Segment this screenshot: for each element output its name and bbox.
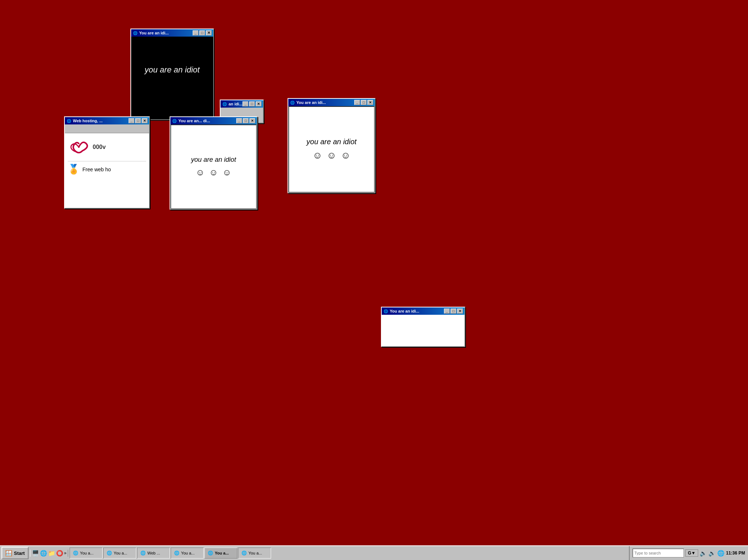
idiot-message-3: you are an idiot [191,156,236,164]
clock: 11:36 PM [726,550,745,556]
minimize-button-1[interactable]: _ [193,30,199,36]
main-idiot-titlebar: 🌐 You are an idi... _ □ ✕ [131,29,213,37]
minimize-button-2[interactable]: _ [242,101,248,107]
ql-icon-1[interactable]: 🖥️ [32,550,39,557]
ql-expand[interactable]: » [64,550,67,556]
taskbar-item-1[interactable]: 🌐 You a... [70,548,103,559]
maximize-button-web[interactable]: □ [135,118,141,123]
taskbar-item-4[interactable]: 🌐 You a... [171,548,204,559]
taskbar-label-4: You a... [181,551,195,555]
idiot-titlebar-right: 🌐 You are an idi... _ □ ✕ [288,99,375,106]
minimize-button-small-br[interactable]: _ [444,309,450,314]
taskbar-icon-5: 🌐 [208,550,213,556]
maximize-button-right[interactable]: □ [361,100,367,105]
web-hosting-titlebar: 🌐 Web hosting, ... _ □ ✕ [65,117,149,124]
smiley-row-3: ☺ ☺ ☺ [196,167,232,178]
swirl-logo [68,136,90,158]
quick-launch: 🖥️ 🌐 📁 ⭕ » [30,550,68,557]
taskbar-item-3[interactable]: 🌐 Web ... [137,548,170,559]
smiley-row-right: ☺ ☺ ☺ [312,150,351,161]
smiley-ra: ☺ [312,150,322,161]
smiley-row-1: ☺ ☺ ☺ [151,79,194,91]
taskbar-item-5[interactable]: 🌐 You a... [204,548,237,559]
ql-icon-4[interactable]: ⭕ [56,550,63,557]
taskbar-item-2[interactable]: 🌐 You a... [103,548,136,559]
maximize-button-small-br[interactable]: □ [451,309,456,314]
idiot-window-3: 🌐 You are an... di... _ □ ✕ you are an i… [170,116,258,210]
idiot-titlebar-2: 🌐 an idi... _ □ ✕ [221,100,263,108]
maximize-button-3[interactable]: □ [243,118,249,123]
idiot-message-1: you are an idiot [145,65,200,75]
taskbar-label-5: You a... [215,551,229,555]
smiley-3c: ☺ [222,167,232,178]
taskbar-icon-4: 🌐 [174,550,179,556]
minimize-button-right[interactable]: _ [354,100,360,105]
web-hosting-content: 000v 🏅 Free web ho [65,133,149,208]
main-idiot-content: you are an idiot ☺ ☺ ☺ [131,37,213,119]
idiot-window-small-br: 🌐 You are an idi... _ □ ✕ [381,307,465,347]
google-button[interactable]: G▼ [685,549,698,557]
close-button-1[interactable]: ✕ [206,30,212,36]
close-button-small-br[interactable]: ✕ [457,309,463,314]
web-hosting-title: Web hosting, ... [73,119,103,123]
close-button-3[interactable]: ✕ [249,118,255,123]
smiley-1: ☺ [151,79,161,91]
smiley-3b: ☺ [209,167,218,178]
start-button[interactable]: 🪟 Start [1,547,29,559]
taskbar-items: 🌐 You a... 🌐 You a... 🌐 Web ... 🌐 You a.… [70,548,627,559]
idiot-content-3: you are an idiot ☺ ☺ ☺ [170,124,257,209]
taskbar-label-2: You a... [114,551,127,555]
window-icon-small-br: 🌐 [383,309,388,314]
taskbar: 🪟 Start 🖥️ 🌐 📁 ⭕ » 🌐 You a... 🌐 You a...… [0,545,748,560]
start-label: Start [14,550,25,556]
smiley-rb: ☺ [327,150,337,161]
network-icon[interactable]: 🌐 [717,550,725,557]
smiley-rc: ☺ [341,150,351,161]
ribbon-icon: 🏅 [68,164,79,175]
search-input[interactable] [634,551,682,555]
maximize-button-1[interactable]: □ [199,30,205,36]
taskbar-label-1: You a... [80,551,93,555]
system-tray: G▼ 🔈 🔊 🌐 11:36 PM [629,546,748,560]
main-idiot-title: You are an idi... [139,31,169,35]
main-idiot-window: 🌐 You are an idi... _ □ ✕ you are an idi… [130,29,214,120]
close-button-web[interactable]: ✕ [142,118,148,123]
taskbar-icon-2: 🌐 [107,550,112,556]
free-web-text: Free web ho [82,167,111,172]
idiot-title-small-br: You are an idi... [390,309,419,313]
minimize-button-web[interactable]: _ [129,118,134,123]
close-button-2[interactable]: ✕ [256,101,262,107]
idiot-titlebar-3: 🌐 You are an... di... _ □ ✕ [170,117,257,124]
window-icon-3: 🌐 [172,118,177,123]
close-button-right[interactable]: ✕ [367,100,373,105]
idiot-titlebar-small-br: 🌐 You are an idi... _ □ ✕ [382,307,464,315]
maximize-button-2[interactable]: □ [249,101,255,107]
taskbar-icon-6: 🌐 [241,550,247,556]
idiot-message-right: you are an idiot [307,138,357,146]
taskbar-icon-1: 🌐 [73,550,78,556]
idiot-content-right: you are an idiot ☺ ☺ ☺ [288,106,375,193]
tray-icons: 🔈 🔊 🌐 [700,550,725,557]
window-icon-web: 🌐 [66,118,71,123]
minimize-button-3[interactable]: _ [236,118,242,123]
idiot-window-right: 🌐 You are an idi... _ □ ✕ you are an idi… [288,98,375,193]
desktop: 🌐 You are an idi... _ □ ✕ you are an idi… [0,0,748,545]
taskbar-label-6: You a... [248,551,262,555]
idiot-title-right: You are an idi... [296,100,326,105]
ql-icon-2[interactable]: 🌐 [40,550,47,557]
taskbar-item-6[interactable]: 🌐 You a... [238,548,271,559]
smiley-2: ☺ [167,79,178,91]
idiot-title-2: an idi... [229,102,242,106]
volume-icon[interactable]: 🔈 [700,550,707,557]
idiot-title-3: You are an... di... [178,119,210,123]
window-icon-2: 🌐 [222,101,227,107]
start-icon: 🪟 [5,550,12,557]
smiley-3: ☺ [183,79,194,91]
search-box[interactable] [633,549,684,557]
ql-icon-3[interactable]: 📁 [48,550,55,557]
web-hosting-window: 🌐 Web hosting, ... _ □ ✕ 000v 🏅 [64,116,150,209]
taskbar-icon-3: 🌐 [140,550,146,556]
taskbar-label-3: Web ... [147,551,160,555]
speaker-icon[interactable]: 🔊 [708,550,716,557]
window-icon-right: 🌐 [290,100,295,105]
